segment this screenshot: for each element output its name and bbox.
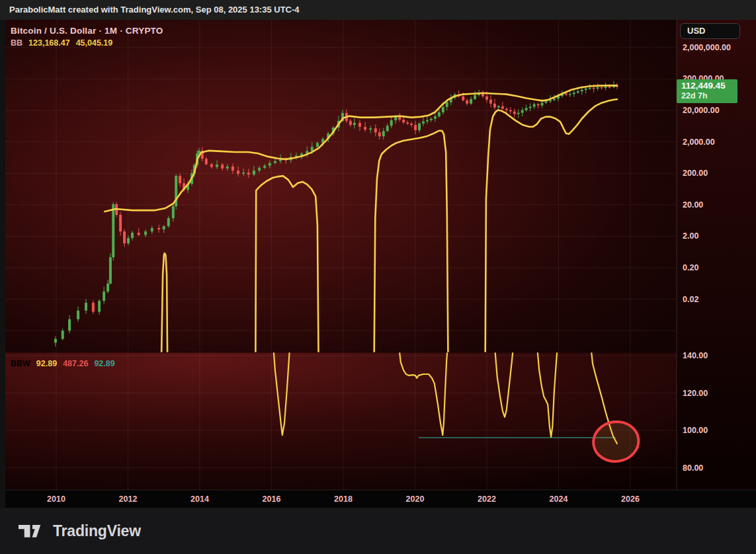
bb-upper-value: 123,168.47 [28,38,70,48]
svg-text:2020: 2020 [406,495,425,504]
bar-countdown: 22d 7h [681,91,737,101]
svg-text:2,000,000.00: 2,000,000.00 [683,43,731,52]
svg-text:120.00: 120.00 [683,389,708,398]
svg-text:2022: 2022 [478,495,496,504]
bbw-high-value: 487.26 [63,359,88,368]
chart-area[interactable]: 2,000,000.00200,000.0020,000.002,000.002… [5,20,756,508]
bb-indicator-row[interactable]: BB 123,168.47 45,045.19 [11,38,163,48]
svg-text:2018: 2018 [334,495,353,504]
svg-text:2014: 2014 [190,495,209,504]
svg-text:140.00: 140.00 [683,351,708,360]
svg-text:100.00: 100.00 [683,426,708,435]
svg-text:20.00: 20.00 [683,200,703,210]
time-axis[interactable] [5,490,756,508]
svg-text:0.20: 0.20 [683,263,698,272]
svg-text:2,000.00: 2,000.00 [683,138,715,147]
tradingview-logo-text[interactable]: TradingView [53,522,141,540]
chart-canvas[interactable]: 2,000,000.00200,000.0020,000.002,000.002… [5,20,756,508]
svg-text:0.02: 0.02 [683,295,698,304]
currency-label: USD [687,26,705,36]
time-axis-labels: 201020122014201620182020202220242026 [47,495,640,504]
bbw-indicator-label: BBW [11,359,30,368]
bb-indicator-label: BB [11,38,22,48]
svg-text:2024: 2024 [550,495,568,504]
svg-text:2012: 2012 [119,495,138,504]
svg-text:2010: 2010 [47,495,65,504]
bbw-low-value: 92.89 [94,359,114,368]
currency-toggle-button[interactable]: USD [680,23,740,39]
symbol-title[interactable]: Bitcoin / U.S. Dollar · 1M · CRYPTO [11,26,163,36]
tradingview-logo-icon[interactable] [19,524,46,538]
attribution-text: ParabolicMatt created with TradingView.c… [9,5,300,15]
bbw-pane-background[interactable] [5,352,677,490]
svg-text:80.00: 80.00 [683,463,703,473]
main-pane-background[interactable] [5,20,677,352]
tradingview-snapshot: ParabolicMatt created with TradingView.c… [0,0,756,554]
svg-text:2026: 2026 [621,495,640,504]
bbw-current-value: 92.89 [36,359,57,368]
last-price-badge: 112,449.45 22d 7h [677,79,737,103]
svg-text:200.00: 200.00 [683,169,708,178]
svg-text:2016: 2016 [263,495,281,504]
svg-text:2.00: 2.00 [683,231,698,241]
chart-legend: Bitcoin / U.S. Dollar · 1M · CRYPTO BB 1… [11,26,163,48]
last-price-value: 112,449.45 [681,81,737,91]
attribution-bar: ParabolicMatt created with TradingView.c… [0,0,756,20]
bb-lower-value: 45,045.19 [76,38,113,48]
bbw-indicator-row[interactable]: BBW 92.89 487.26 92.89 [11,359,115,368]
svg-text:20,000.00: 20,000.00 [683,106,720,115]
footer-bar: TradingView [0,508,756,554]
